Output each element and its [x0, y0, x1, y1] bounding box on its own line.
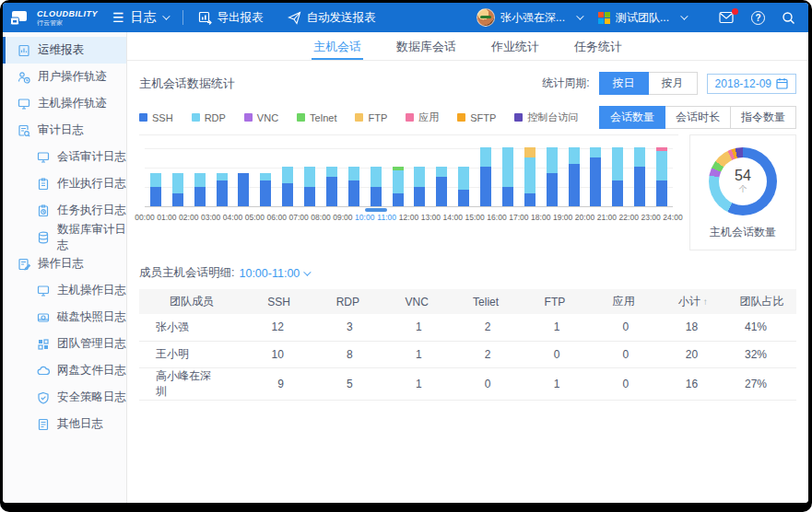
export-report-button[interactable]: 导出报表 — [198, 10, 264, 26]
sidebar-item[interactable]: 团队管理日志 — [3, 331, 126, 357]
legend-item[interactable]: 应用 — [406, 111, 439, 124]
legend-swatch — [355, 113, 363, 122]
report-icon — [17, 43, 30, 57]
bar-13:00[interactable] — [430, 148, 453, 206]
sidebar-item[interactable]: 数据库审计日志 — [3, 224, 126, 250]
table-row[interactable]: 王小明10812002032% — [139, 341, 796, 367]
disk-log-icon — [36, 310, 50, 324]
bar-01:00[interactable] — [167, 148, 189, 206]
value-cell: 2 — [452, 314, 521, 341]
metric-button[interactable]: 指令数量 — [731, 106, 796, 129]
legend-item[interactable]: VNC — [244, 112, 278, 123]
bar-12:00[interactable] — [409, 148, 431, 206]
user-menu[interactable]: 张小强在深... — [477, 8, 582, 27]
bar-segment-RDP — [524, 157, 535, 193]
sidebar-item[interactable]: 作业执行日志 — [3, 170, 126, 197]
donut-center: 54 个 — [719, 157, 767, 205]
sidebar-item[interactable]: 网盘文件日志 — [3, 357, 126, 384]
bar-21:00[interactable] — [606, 148, 629, 206]
detail-range-selector[interactable]: 10:00-11:00 — [239, 267, 309, 280]
sort-asc-icon[interactable]: ↑ — [703, 297, 708, 307]
sidebar-item[interactable]: 主机操作轨迹 — [3, 90, 126, 117]
sidebar-item[interactable]: 磁盘快照日志 — [3, 304, 126, 331]
bar-segment-SSH — [480, 167, 491, 206]
module-switcher[interactable]: 日志 — [131, 9, 157, 26]
bar-15:00[interactable] — [475, 148, 497, 206]
sidebar-item[interactable]: 用户操作轨迹 — [3, 64, 126, 90]
bar-08:00[interactable] — [321, 148, 343, 206]
tab-任务统计[interactable]: 任务统计 — [572, 32, 624, 60]
selected-range-indicator[interactable] — [365, 208, 387, 212]
legend-item[interactable]: FTP — [355, 112, 387, 123]
tab-主机会话[interactable]: 主机会话 — [312, 32, 363, 60]
bar-segment-SSH — [569, 164, 580, 206]
value-cell: 10 — [244, 341, 313, 367]
sidebar-item-label: 主机操作轨迹 — [38, 96, 107, 111]
op-log-icon — [17, 257, 30, 271]
bar-segment-RDP — [458, 167, 469, 190]
table-row[interactable]: 高小峰在深圳9510101627% — [139, 367, 796, 400]
table-header-小计[interactable]: 小计↑ — [658, 289, 727, 314]
sidebar-item[interactable]: 安全策略日志 — [3, 384, 126, 411]
sidebar-item[interactable]: 任务执行日志 — [3, 197, 126, 224]
donut-chart: 54 个 — [709, 147, 777, 215]
x-tick-label: 11:00 — [377, 213, 396, 222]
sidebar-item[interactable]: 其他日志 — [3, 411, 126, 437]
sidebar-item[interactable]: 审计日志 — [3, 117, 126, 144]
netdisk-log-icon — [36, 364, 50, 378]
bar-23:00[interactable] — [651, 148, 673, 206]
legend-item[interactable]: SFTP — [457, 112, 496, 123]
bar-17:00[interactable] — [519, 148, 541, 206]
bar-06:00[interactable] — [277, 148, 299, 206]
bar-07:00[interactable] — [299, 148, 321, 206]
bar-22:00[interactable] — [629, 148, 651, 206]
search-button[interactable] — [782, 11, 795, 25]
bar-16:00[interactable] — [497, 148, 519, 206]
bar-20:00[interactable] — [585, 148, 607, 206]
bar-09:00[interactable] — [343, 148, 365, 206]
x-tick-label: 02:00 — [179, 213, 198, 222]
sidebar-item-label: 其他日志 — [57, 416, 103, 432]
period-button[interactable]: 按月 — [649, 72, 698, 95]
sidebar-item[interactable]: 操作日志 — [3, 250, 126, 277]
legend-item[interactable]: RDP — [192, 112, 226, 123]
x-tick-label: 15:00 — [465, 213, 484, 222]
period-button[interactable]: 按日 — [599, 72, 649, 95]
help-button[interactable]: ? — [751, 11, 765, 25]
date-picker[interactable]: 2018-12-09 — [707, 74, 796, 94]
sidebar-item-label: 网盘文件日志 — [57, 363, 126, 378]
sidebar-item[interactable]: 运维报表 — [3, 37, 126, 64]
help-icon: ? — [751, 11, 765, 25]
bar-segment-SSH — [217, 180, 228, 206]
bar-10:00[interactable] — [365, 148, 387, 206]
metric-button[interactable]: 会话数量 — [599, 106, 665, 129]
sidebar-item[interactable]: 会话审计日志 — [3, 144, 126, 170]
bar-02:00[interactable] — [189, 148, 211, 206]
bar-18:00[interactable] — [541, 148, 563, 206]
bar-04:00[interactable] — [233, 148, 255, 206]
legend-item[interactable]: Telnet — [297, 112, 336, 123]
bar-05:00[interactable] — [254, 148, 277, 206]
bar-03:00[interactable] — [211, 148, 233, 206]
messages-button[interactable] — [719, 11, 735, 24]
bar-19:00[interactable] — [563, 148, 585, 206]
legend-swatch — [139, 113, 147, 122]
menu-hamburger-icon[interactable]: ☰ — [112, 10, 124, 25]
legend-item[interactable]: SSH — [139, 112, 173, 123]
brand-logo[interactable]: CLOUDBILITY 行云管家 — [10, 8, 98, 27]
bar-segment-RDP — [194, 173, 206, 186]
auto-send-report-button[interactable]: 自动发送报表 — [288, 10, 376, 26]
tab-作业统计[interactable]: 作业统计 — [489, 32, 541, 60]
bar-segment-RDP — [634, 147, 645, 167]
bar-segment-SSH — [150, 187, 161, 206]
bar-segment-SSH — [414, 187, 425, 206]
table-row[interactable]: 张小强12312101841% — [139, 314, 796, 341]
metric-button[interactable]: 会话时长 — [665, 106, 731, 129]
legend-item[interactable]: 控制台访问 — [514, 111, 578, 124]
bar-00:00[interactable] — [145, 148, 167, 206]
bar-14:00[interactable] — [453, 148, 475, 206]
sidebar-item[interactable]: 主机操作日志 — [3, 277, 126, 304]
tab-数据库会话[interactable]: 数据库会话 — [394, 32, 458, 60]
team-menu[interactable]: 测试团队... — [598, 10, 686, 26]
bar-11:00[interactable] — [387, 148, 409, 206]
